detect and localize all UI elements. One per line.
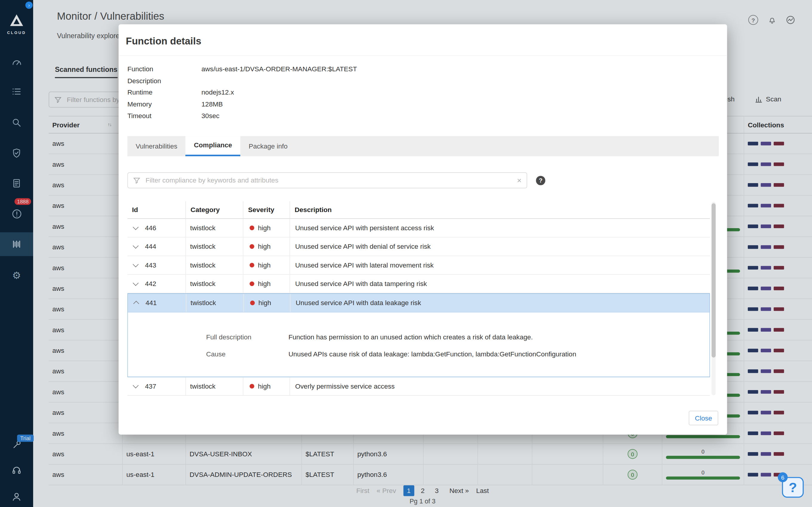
modal-title: Function details <box>126 36 202 47</box>
severity-dot-icon <box>250 384 254 389</box>
compliance-category: twistlock <box>186 219 244 237</box>
full-description-row: Full description Function has permission… <box>206 333 532 341</box>
compliance-description: Unused service API with persistent acces… <box>290 219 710 237</box>
compliance-category: twistlock <box>186 294 244 312</box>
chevron-icon[interactable] <box>133 301 139 306</box>
compliance-row-group: 437 twistlock high Overly permissive ser… <box>128 377 710 396</box>
compliance-filter: × <box>128 172 527 188</box>
compliance-filter-input[interactable] <box>145 176 513 185</box>
compliance-description: Overly permissive service access <box>290 377 710 395</box>
compliance-id: 446 <box>145 224 156 232</box>
severity-dot-icon <box>250 244 254 249</box>
compliance-id: 444 <box>145 243 156 250</box>
chevron-icon[interactable] <box>133 262 139 268</box>
severity-dot-icon <box>250 263 254 268</box>
compliance-row-group: 444 twistlock high Unused service API wi… <box>128 237 710 256</box>
compliance-scrollbar-track[interactable] <box>711 202 716 395</box>
close-button[interactable]: Close <box>689 411 718 425</box>
clear-filter-icon[interactable]: × <box>517 176 521 185</box>
cause-row: Cause Unused APIs cause risk of data lea… <box>206 350 576 358</box>
compliance-id: 443 <box>145 261 156 269</box>
compliance-severity: high <box>243 377 290 395</box>
chevron-icon[interactable] <box>133 280 139 286</box>
compliance-table-header: Id Category Severity Description <box>128 201 710 219</box>
compliance-row-group: 441 twistlock high Unused service API wi… <box>128 293 710 377</box>
compliance-id: 437 <box>145 382 156 390</box>
description-column-header[interactable]: Description <box>290 201 710 218</box>
compliance-category: twistlock <box>186 275 244 293</box>
compliance-description: Unused service API with lateral movement… <box>290 256 710 274</box>
compliance-description: Unused service API with denial of servic… <box>290 237 710 256</box>
compliance-category: twistlock <box>186 377 244 395</box>
modal-tab-vulnerabilities[interactable]: Vulnerabilities <box>128 136 186 156</box>
compliance-id: 442 <box>145 280 156 287</box>
id-column-header[interactable]: Id <box>128 201 186 218</box>
severity-dot-icon <box>250 282 254 286</box>
compliance-scrollbar-thumb[interactable] <box>711 204 716 357</box>
detail-row-description: Description <box>128 75 357 87</box>
compliance-description: Unused service API with data leakage ris… <box>291 294 709 312</box>
compliance-severity: high <box>243 237 290 256</box>
detail-row-function: Function aws/us-east-1/DVSA-ORDER-MANAGE… <box>128 63 357 75</box>
compliance-row[interactable]: 442 twistlock high Unused service API wi… <box>128 275 710 293</box>
full-description-label: Full description <box>206 333 288 341</box>
modal-tab-compliance[interactable]: Compliance <box>186 136 240 156</box>
compliance-row[interactable]: 441 twistlock high Unused service API wi… <box>128 294 709 312</box>
compliance-id: 441 <box>145 299 157 307</box>
compliance-row[interactable]: 443 twistlock high Unused service API wi… <box>128 256 710 275</box>
compliance-row[interactable]: 444 twistlock high Unused service API wi… <box>128 237 710 256</box>
compliance-row-group: 442 twistlock high Unused service API wi… <box>128 275 710 293</box>
compliance-severity: high <box>244 294 291 312</box>
compliance-severity: high <box>243 275 290 293</box>
compliance-row-group: 443 twistlock high Unused service API wi… <box>128 256 710 275</box>
help-bubble-count: 6 <box>778 472 788 482</box>
compliance-detail-panel: Full description Function has permission… <box>128 313 709 377</box>
severity-dot-icon <box>250 225 254 230</box>
category-column-header[interactable]: Category <box>186 201 244 218</box>
compliance-category: twistlock <box>186 237 244 256</box>
help-bubble-icon: ? <box>789 479 797 495</box>
detail-row-timeout: Timeout 30sec <box>128 110 357 122</box>
help-bubble-button[interactable]: ? 6 <box>782 477 804 498</box>
compliance-row[interactable]: 446 twistlock high Unused service API wi… <box>128 219 710 237</box>
severity-dot-icon <box>250 301 255 305</box>
detail-row-memory: Memory 128MB <box>128 99 357 110</box>
chevron-icon[interactable] <box>133 383 139 389</box>
cause-label: Cause <box>206 350 288 358</box>
memory-value: 128MB <box>202 99 223 110</box>
compliance-description: Unused service API with data tampering r… <box>290 275 710 293</box>
runtime-value: nodejs12.x <box>202 87 234 99</box>
chevron-icon[interactable] <box>133 224 139 230</box>
chevron-icon[interactable] <box>133 243 139 249</box>
filter-help-icon[interactable]: ? <box>536 176 545 185</box>
compliance-table: Id Category Severity Description 446 twi… <box>128 201 710 396</box>
app: › CLOUD <box>0 0 812 507</box>
compliance-category: twistlock <box>186 256 244 274</box>
full-description-value: Function has permission to an unused act… <box>288 333 533 341</box>
compliance-row[interactable]: 437 twistlock high Overly permissive ser… <box>128 377 710 396</box>
function-detail-rows: Function aws/us-east-1/DVSA-ORDER-MANAGE… <box>128 63 357 122</box>
modal-header-divider <box>118 55 727 56</box>
function-value: aws/us-east-1/DVSA-ORDER-MANAGER:$LATEST <box>202 63 357 75</box>
cause-value: Unused APIs cause risk of data leakage: … <box>288 350 576 358</box>
compliance-severity: high <box>243 219 290 237</box>
modal-tabs: VulnerabilitiesCompliancePackage info <box>128 136 719 156</box>
modal-tab-package-info[interactable]: Package info <box>240 136 296 156</box>
compliance-severity: high <box>243 256 290 274</box>
compliance-row-group: 446 twistlock high Unused service API wi… <box>128 219 710 237</box>
detail-row-runtime: Runtime nodejs12.x <box>128 87 357 99</box>
compliance-table-body: 446 twistlock high Unused service API wi… <box>128 219 710 396</box>
severity-column-header[interactable]: Severity <box>243 201 290 218</box>
funnel-icon <box>133 177 140 184</box>
function-details-modal: Function details Function aws/us-east-1/… <box>118 24 727 435</box>
timeout-value: 30sec <box>202 110 219 122</box>
